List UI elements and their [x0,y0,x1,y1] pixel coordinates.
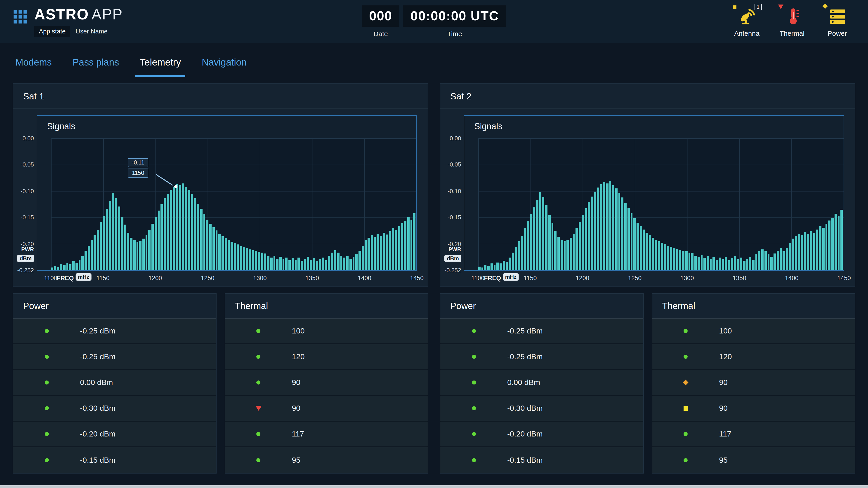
tab-telemetry[interactable]: Telemetry [140,57,181,77]
signal-bar [237,245,239,270]
status-ok-icon [440,329,507,333]
table-row: -0.25 dBm [440,344,643,370]
status-thermal[interactable]: Thermal [778,6,807,37]
status-ok-icon [225,432,292,436]
signal-bar [395,230,397,270]
sat1-thermal-table: Thermal 100120909011795 [224,293,428,474]
signal-bar [816,229,818,270]
row-value: 0.00 dBm [507,378,643,387]
signal-bar [594,192,596,270]
signal-bar [761,249,763,270]
row-value: 120 [292,352,428,361]
signal-bar [539,192,541,270]
signal-bar [63,265,65,270]
signal-bar [615,189,617,270]
y-unit-pwr: PWR [13,246,34,253]
sat2-power-table: Power -0.25 dBm-0.25 dBm0.00 dBm-0.30 dB… [440,293,644,474]
signal-bar [54,266,56,270]
x-tick-label: 1200 [149,275,162,282]
signal-bar [670,247,672,270]
signal-bar [655,240,657,270]
status-ok-icon [652,432,719,436]
status-power[interactable]: Power [823,6,852,37]
user-name: User Name [75,28,107,35]
signal-bar [664,244,666,270]
row-value: 90 [719,404,855,413]
signal-bar [328,256,330,270]
tab-navigation[interactable]: Navigation [202,57,247,77]
signal-bar [246,248,248,270]
sat1-x-axis: FREQ mHz 1100115012001250130013501400145… [51,273,417,283]
signal-bar [518,241,520,270]
horizontal-scrollbar[interactable] [0,485,868,488]
table-row: -0.20 dBm [13,422,216,447]
thermal-label: Thermal [778,29,807,37]
signal-bar [780,248,782,270]
clock-group: 000 Date 00:00:00 UTC Time [362,5,506,37]
signal-bar [127,232,129,270]
tab-pass-plans[interactable]: Pass plans [72,57,119,77]
signal-bar [215,230,217,270]
y-unit-dbm-chip: dBm [445,255,461,262]
row-value: 117 [719,429,855,438]
signal-bar [401,223,403,270]
sat1-card: Sat 1 0.00-0.05-0.10-0.15-0.20-0.252 PWR… [13,83,428,287]
signal-bar [548,215,550,270]
signal-bar [707,256,709,270]
signal-bar [79,260,81,270]
signal-bar [710,259,712,270]
signal-bar [380,236,382,270]
signal-bar [167,194,169,270]
sat1-signals-panel: Signals -0.11 1150 [37,115,417,271]
date-label: Date [362,30,400,37]
signal-bar [545,205,547,270]
signal-bar [771,257,773,270]
thermometer-icon [783,7,802,25]
signal-bar [179,186,181,270]
signal-bar [94,235,96,270]
signal-bar [563,241,565,270]
signal-bar [88,246,90,270]
row-value: -0.25 dBm [80,352,216,361]
x-tick-label: 1350 [305,275,319,282]
sat2-plot[interactable] [478,138,844,270]
signal-bar [343,258,345,270]
table-row: 120 [652,344,855,370]
app-grid-icon[interactable] [13,10,27,37]
x-tick-label: 1100 [471,275,485,282]
tab-modems[interactable]: Modems [16,57,52,77]
signal-bar [398,226,400,270]
astro-app-window: ASTROAPP App state User Name 000 Date 00… [0,0,868,488]
signal-bar [60,264,62,270]
status-antenna[interactable]: 1 Antenna [733,6,761,37]
table-row: -0.30 dBm [440,396,643,422]
status-ok-icon [440,432,507,436]
signal-bar [481,267,483,270]
signal-bar [298,258,300,270]
status-ok-icon [225,329,292,333]
signal-bar [322,258,324,270]
signal-bar [740,258,742,270]
signal-bar [155,217,157,270]
signal-bar [57,267,59,270]
signal-bar [383,232,385,270]
x-tick-label: 1200 [576,275,589,282]
signal-bar [767,255,770,270]
signal-bar [497,262,499,270]
row-value: -0.20 dBm [507,429,643,438]
status-warning-icon [652,406,719,411]
signal-bar [291,258,293,270]
signal-bar [130,238,132,270]
signal-bar [792,239,794,270]
signal-bar [72,261,74,270]
signal-bar [810,231,812,270]
signal-bar [551,223,553,270]
sat1-plot[interactable]: -0.11 1150 [51,138,416,270]
signal-bar [749,257,751,270]
signal-bar [133,240,135,270]
signal-bar [386,234,388,270]
signal-bar [304,259,306,270]
antenna-icon [738,7,756,25]
signal-bar [276,259,278,270]
table-row: -0.30 dBm [13,396,216,422]
